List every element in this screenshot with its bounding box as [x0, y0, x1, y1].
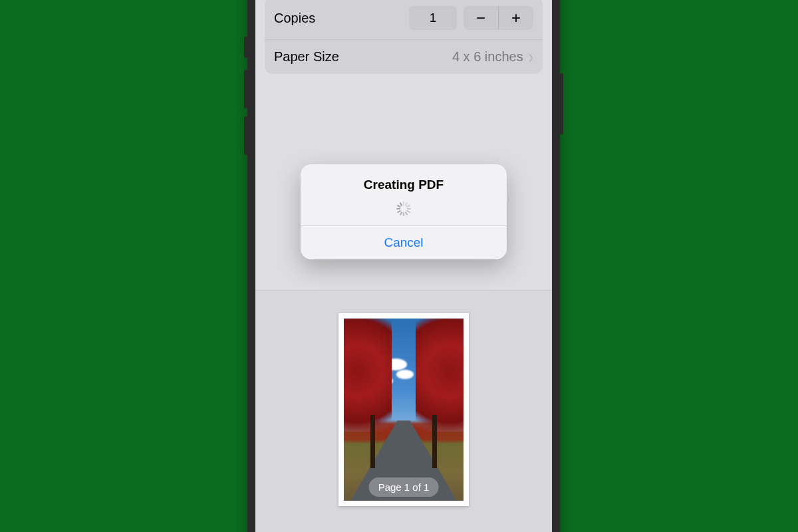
print-options-panel: Printer No Printer Selected › Copies 1: [255, 0, 552, 74]
chevron-right-icon: ›: [529, 47, 533, 66]
phone-screen: Printer No Printer Selected › Copies 1: [255, 0, 552, 532]
alert-title: Creating PDF: [364, 178, 444, 192]
minus-icon: −: [476, 9, 485, 27]
volume-down-button: [244, 116, 247, 155]
power-button: [560, 73, 563, 134]
copies-stepper: − +: [464, 6, 533, 30]
cancel-button-label: Cancel: [384, 235, 423, 249]
print-settings-card: Copies 1 − +: [265, 0, 543, 74]
page-indicator-pill: Page 1 of 1: [369, 477, 439, 497]
page-indicator-text: Page 1 of 1: [378, 481, 430, 493]
paper-size-value: 4 x 6 inches: [452, 49, 523, 65]
copies-label: Copies: [274, 11, 315, 26]
cancel-button[interactable]: Cancel: [301, 226, 507, 259]
copies-value: 1: [430, 11, 437, 25]
volume-up-button: [244, 70, 247, 108]
paper-size-label: Paper Size: [274, 49, 339, 65]
thumbnail-image: [344, 319, 464, 501]
page-thumbnail[interactable]: Page 1 of 1: [338, 313, 469, 506]
copies-row: Copies 1 − +: [265, 0, 543, 39]
paper-size-row[interactable]: Paper Size 4 x 6 inches ›: [265, 39, 543, 74]
copies-increment-button[interactable]: +: [499, 6, 533, 30]
plus-icon: +: [511, 9, 521, 27]
creating-pdf-alert: Creating PDF: [301, 164, 507, 259]
copies-field[interactable]: 1: [409, 6, 457, 30]
print-preview-area: Page 1 of 1: [255, 291, 552, 532]
copies-decrement-button[interactable]: −: [464, 6, 499, 30]
side-button: [244, 37, 247, 58]
phone-frame: Printer No Printer Selected › Copies 1: [247, 0, 560, 532]
spinner-icon: [396, 201, 411, 216]
